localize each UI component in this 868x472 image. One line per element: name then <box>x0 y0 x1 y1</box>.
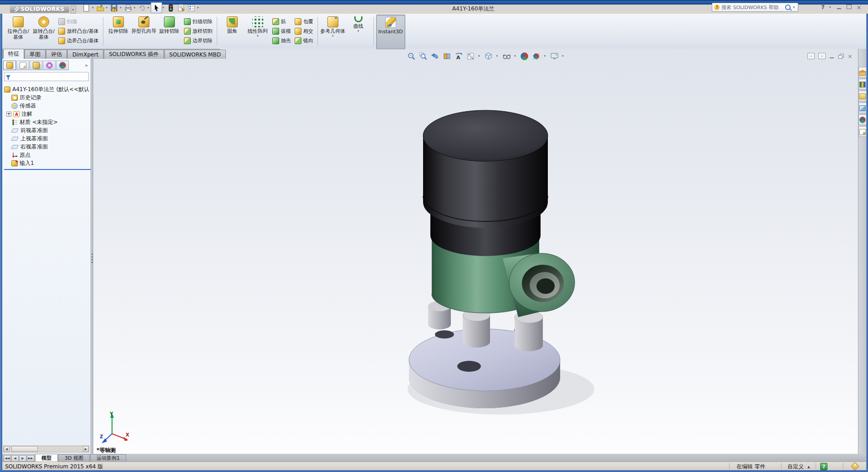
view-palette-button[interactable] <box>858 103 866 113</box>
tab-sketch[interactable]: 草图 <box>25 50 46 59</box>
extruded-cut-button[interactable]: 拉伸切除 <box>106 15 131 48</box>
minimize-button[interactable] <box>836 5 842 10</box>
next-tab-icon[interactable]: ▶ <box>19 455 26 462</box>
reference-geometry-button[interactable]: 参考几何体 ▾ <box>320 15 346 48</box>
splitter-grip[interactable] <box>92 254 93 265</box>
panel-horizontal-scrollbar[interactable]: ◀ ▶ <box>3 446 89 452</box>
tree-item-sensors[interactable]: 传感器 <box>4 102 91 110</box>
tree-root-part[interactable]: A41Y-160单法兰 (默认<<默认 <box>4 85 91 93</box>
tree-item-material[interactable]: 材质 <未指定> <box>4 118 91 126</box>
graphics-viewport[interactable]: A ▾ ▾ ▾ ▾ ▾ ‹ › × <box>93 49 858 454</box>
print-dropdown-icon[interactable]: ▾ <box>134 6 136 10</box>
fillet-button[interactable]: 圆角 <box>220 15 245 48</box>
options-button[interactable] <box>186 3 197 13</box>
design-library-button[interactable] <box>858 79 866 90</box>
solidworks-resources-button[interactable] <box>858 67 866 78</box>
previous-view-icon[interactable] <box>430 51 439 61</box>
view-orientation-icon[interactable] <box>466 51 475 61</box>
expand-plus-icon[interactable] <box>6 112 11 117</box>
tab-motion-study[interactable]: 运动算例1 <box>90 454 126 462</box>
tab-3d-views[interactable]: 3D 视图 <box>58 454 90 462</box>
display-style-dropdown-icon[interactable]: ▾ <box>496 54 498 58</box>
apply-scene-icon[interactable] <box>532 51 541 61</box>
search-input[interactable]: 搜索 SOLIDWORKS 帮助 <box>721 4 783 11</box>
draft-button[interactable]: 拔模 <box>271 26 293 36</box>
wrap-button[interactable]: 包覆 <box>293 17 315 26</box>
tab-evaluate[interactable]: 评估 <box>46 50 67 59</box>
lofted-cut-button[interactable]: 放样切割 <box>182 26 214 36</box>
menu-expand-button[interactable]: ▸ <box>71 5 76 14</box>
edit-appearance-icon[interactable] <box>520 51 529 61</box>
lofted-boss-button[interactable]: 放样凸台/基体 <box>56 26 101 36</box>
tree-item-right-plane[interactable]: 右视基准面 <box>4 143 91 151</box>
collapse-left-pane-icon[interactable]: ‹ <box>807 53 815 59</box>
file-explorer-button[interactable] <box>858 91 866 102</box>
new-document-button[interactable] <box>81 3 92 13</box>
document-minimize-icon[interactable] <box>829 54 835 59</box>
bolt-hole-back[interactable] <box>435 330 454 339</box>
intersect-button[interactable]: 相交 <box>293 26 315 36</box>
select-button[interactable] <box>151 2 162 13</box>
select-dropdown-icon[interactable]: ▾ <box>163 6 164 10</box>
tag-icon[interactable] <box>851 462 859 470</box>
scrollbar-thumb[interactable] <box>11 446 38 452</box>
rib-button[interactable]: 筋 <box>271 17 293 26</box>
collapse-right-pane-icon[interactable]: › <box>818 53 826 59</box>
tree-item-origin[interactable]: 原点 <box>4 151 91 159</box>
property-manager-tab[interactable] <box>16 61 29 70</box>
zoom-to-area-icon[interactable] <box>419 51 428 61</box>
tree-item-front-plane[interactable]: 前视基准面 <box>4 126 91 134</box>
reference-geometry-dropdown-icon[interactable]: ▾ <box>332 34 334 38</box>
rebuild-button[interactable] <box>165 3 176 13</box>
swept-cut-button[interactable]: 扫描切除 <box>182 17 214 26</box>
undo-button[interactable] <box>137 3 147 13</box>
extruded-boss-button[interactable]: 拉伸凸台/基体 <box>5 15 31 48</box>
help-button[interactable]: ? <box>821 4 825 10</box>
tab-dimxpert[interactable]: DimXpert <box>67 50 103 59</box>
view-orientation-dropdown-icon[interactable]: ▾ <box>478 54 480 58</box>
document-close-icon[interactable]: × <box>848 54 853 59</box>
new-dropdown-icon[interactable]: ▾ <box>92 6 94 10</box>
file-properties-button[interactable] <box>176 3 186 13</box>
search-dropdown-icon[interactable]: ▾ <box>793 5 795 9</box>
maximize-button[interactable] <box>846 5 852 10</box>
linear-pattern-button[interactable]: 线性阵列 ▾ <box>245 15 271 48</box>
print-button[interactable] <box>123 3 133 13</box>
appearances-button[interactable] <box>858 114 866 125</box>
mirror-button[interactable]: 镜向 <box>293 36 315 46</box>
cap-top-face[interactable] <box>423 110 548 161</box>
save-dropdown-icon[interactable]: ▾ <box>120 6 122 10</box>
shell-button[interactable]: 抽壳 <box>271 36 293 46</box>
open-button[interactable] <box>95 3 106 13</box>
panel-overflow-chevron-icon[interactable]: » <box>85 62 90 68</box>
boundary-boss-button[interactable]: 边界凸台/基体 <box>56 36 101 46</box>
close-button[interactable]: × <box>856 5 862 10</box>
display-manager-tab[interactable] <box>56 61 69 70</box>
revolved-cut-button[interactable]: 旋转切除 <box>157 15 182 48</box>
last-tab-icon[interactable]: ▶▶ <box>27 455 34 462</box>
previous-tab-icon[interactable]: ◀ <box>11 455 19 462</box>
boundary-cut-button[interactable]: 边界切除 <box>182 36 214 46</box>
zoom-to-fit-icon[interactable] <box>407 51 416 61</box>
linear-pattern-dropdown-icon[interactable]: ▾ <box>257 34 259 38</box>
tab-addins[interactable]: SOLIDWORKS 插件 <box>104 50 163 59</box>
tree-item-top-plane[interactable]: 上视基准面 <box>4 134 91 143</box>
tab-model[interactable]: 模型 <box>35 454 58 462</box>
options-dropdown-icon[interactable]: ▾ <box>197 6 199 10</box>
dimxpert-manager-tab[interactable] <box>43 61 56 70</box>
document-restore-icon[interactable] <box>838 54 844 59</box>
scroll-left-icon[interactable]: ◀ <box>4 446 10 452</box>
panel-splitter[interactable] <box>91 59 93 454</box>
open-dropdown-icon[interactable]: ▾ <box>106 6 108 10</box>
tab-features[interactable]: 特征 <box>3 49 24 59</box>
curves-button[interactable]: 曲线 ▾ <box>346 15 371 48</box>
model-3d-valve[interactable] <box>93 51 858 454</box>
rollback-bar[interactable] <box>4 169 91 170</box>
tree-filter[interactable] <box>4 72 89 81</box>
help-dropdown-icon[interactable]: ▾ <box>829 5 831 9</box>
custom-properties-button[interactable] <box>858 126 866 137</box>
scroll-right-icon[interactable]: ▶ <box>83 446 89 452</box>
revolved-boss-button[interactable]: 旋转凸台/基体 <box>31 15 56 48</box>
section-view-icon[interactable] <box>442 51 451 61</box>
hide-show-items-icon[interactable] <box>502 51 511 61</box>
